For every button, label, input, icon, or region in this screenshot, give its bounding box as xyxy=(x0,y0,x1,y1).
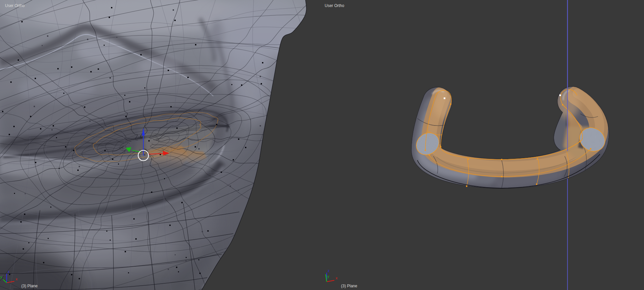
svg-text:y: y xyxy=(0,275,2,279)
svg-text:User Ortho: User Ortho xyxy=(5,3,25,8)
svg-text:z: z xyxy=(8,270,10,274)
svg-text:User Ortho: User Ortho xyxy=(325,3,344,8)
svg-text:(3) Plane: (3) Plane xyxy=(21,284,38,288)
svg-text:x: x xyxy=(16,277,18,281)
svg-text:z: z xyxy=(328,269,330,273)
svg-text:x: x xyxy=(336,276,338,280)
svg-text:(3) Plane: (3) Plane xyxy=(341,284,357,288)
svg-text:y: y xyxy=(327,274,329,278)
